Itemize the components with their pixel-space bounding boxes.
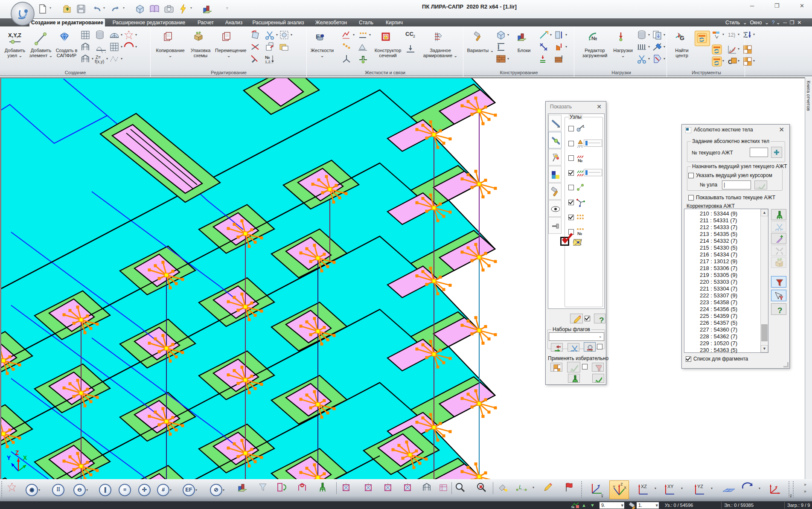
svg-text:Z: Z <box>15 449 19 456</box>
svg-text:№: № <box>591 35 597 41</box>
svg-text:Z: Z <box>620 482 623 486</box>
svg-text:№: № <box>577 231 582 236</box>
svg-text:X,Y,Z: X,Y,Z <box>8 32 21 38</box>
svg-text:X: X <box>23 454 27 461</box>
svg-text:2: 2 <box>413 34 415 38</box>
svg-text:G: G <box>680 35 684 41</box>
svg-text:№: № <box>578 158 582 163</box>
svg-text:I: I <box>498 44 499 51</box>
svg-text:XY: XY <box>667 484 674 489</box>
svg-text:12): 12) <box>728 32 735 38</box>
svg-text:?: ? <box>777 306 783 314</box>
svg-text:1,2...: 1,2... <box>265 60 274 64</box>
svg-text:L: L <box>519 484 522 490</box>
svg-text:№: № <box>265 55 270 60</box>
svg-text:Y: Y <box>613 485 615 489</box>
svg-text:CC: CC <box>405 31 413 37</box>
svg-text:f(x,y): f(x,y) <box>95 59 104 64</box>
svg-text:1: 1 <box>582 124 585 128</box>
svg-text:X: X <box>624 486 626 490</box>
svg-text:Σ: Σ <box>743 31 748 39</box>
svg-text:?: ? <box>599 316 604 323</box>
svg-text:YZ: YZ <box>697 484 703 489</box>
svg-text:Y: Y <box>7 454 11 461</box>
svg-text:XZ: XZ <box>641 484 647 489</box>
svg-text:№: № <box>571 506 575 509</box>
